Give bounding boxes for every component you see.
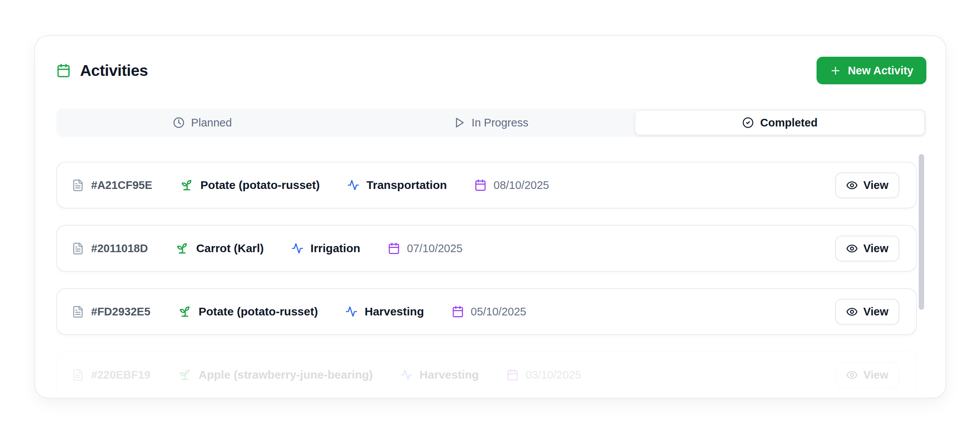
activity-type-cell: Irrigation xyxy=(291,242,360,255)
sprout-icon xyxy=(178,305,192,318)
date-cell: 03/10/2025 xyxy=(506,369,581,381)
crop-cell: Apple (strawberry-june-bearing) xyxy=(178,368,373,382)
eye-icon xyxy=(846,179,858,191)
activity-date: 05/10/2025 xyxy=(471,305,526,318)
title-group: Activities xyxy=(56,62,148,80)
tab-label: In Progress xyxy=(472,117,528,129)
activity-type: Irrigation xyxy=(310,242,360,255)
scrollbar-thumb[interactable] xyxy=(919,154,924,310)
activity-row: #A21CF95E Potate (potato-russet) Transpo… xyxy=(56,162,917,208)
activity-type: Harvesting xyxy=(420,368,479,381)
calendar-icon xyxy=(56,63,71,78)
activity-date: 03/10/2025 xyxy=(526,369,581,381)
view-button-label: View xyxy=(863,305,889,318)
clock-icon xyxy=(173,117,185,128)
new-activity-label: New Activity xyxy=(848,64,913,77)
activity-list: #A21CF95E Potate (potato-russet) Transpo… xyxy=(56,162,917,392)
activity-id-cell: #A21CF95E xyxy=(72,179,152,192)
view-button[interactable]: View xyxy=(835,362,899,388)
activity-date: 08/10/2025 xyxy=(493,179,549,192)
date-cell: 05/10/2025 xyxy=(452,305,526,318)
view-button[interactable]: View xyxy=(835,299,899,325)
activity-id: #A21CF95E xyxy=(91,179,152,192)
sprout-icon xyxy=(175,241,189,255)
activity-id: #FD2932E5 xyxy=(91,305,150,318)
file-text-icon xyxy=(72,179,84,192)
date-cell: 08/10/2025 xyxy=(474,179,549,192)
sprout-icon xyxy=(180,178,194,192)
activity-pulse-icon xyxy=(345,305,358,318)
activity-type: Transportation xyxy=(366,179,447,192)
check-circle-icon xyxy=(742,117,754,128)
eye-icon xyxy=(846,369,858,381)
activity-pulse-icon xyxy=(291,242,304,254)
activity-type: Harvesting xyxy=(364,305,424,318)
view-button[interactable]: View xyxy=(835,172,899,198)
activity-type-cell: Harvesting xyxy=(400,368,479,381)
activity-id: #2011018D xyxy=(91,242,148,255)
activity-id-cell: #2011018D xyxy=(72,242,148,255)
crop-cell: Potate (potato-russet) xyxy=(178,305,318,318)
calendar-icon xyxy=(388,242,400,254)
view-button[interactable]: View xyxy=(835,236,899,261)
tab-label: Planned xyxy=(191,117,232,129)
tab-completed[interactable]: Completed xyxy=(635,110,924,135)
eye-icon xyxy=(846,306,858,318)
file-text-icon xyxy=(72,305,84,318)
activity-date: 07/10/2025 xyxy=(407,242,462,255)
page-title: Activities xyxy=(80,62,148,80)
activity-id: #220EBF19 xyxy=(91,369,150,381)
tab-in-progress[interactable]: In Progress xyxy=(347,110,635,135)
tab-label: Completed xyxy=(760,117,818,129)
date-cell: 07/10/2025 xyxy=(388,242,462,255)
tab-planned[interactable]: Planned xyxy=(58,110,347,135)
file-text-icon xyxy=(72,242,84,255)
plus-icon xyxy=(830,65,841,77)
activity-pulse-icon xyxy=(347,179,359,191)
activities-card: Activities New Activity Planned In Progr… xyxy=(34,35,946,399)
view-button-label: View xyxy=(863,179,889,192)
crop-name: Potate (potato-russet) xyxy=(199,305,318,318)
calendar-icon xyxy=(506,369,519,381)
crop-cell: Carrot (Karl) xyxy=(175,241,264,255)
calendar-icon xyxy=(474,179,487,191)
activity-id-cell: #220EBF19 xyxy=(72,369,150,381)
eye-icon xyxy=(846,243,858,254)
card-header: Activities New Activity xyxy=(56,51,926,90)
view-button-label: View xyxy=(863,242,889,255)
activity-type-cell: Transportation xyxy=(347,179,447,192)
calendar-icon xyxy=(452,305,464,318)
crop-name: Carrot (Karl) xyxy=(196,242,264,255)
view-button-label: View xyxy=(863,369,889,381)
crop-cell: Potate (potato-russet) xyxy=(180,178,320,192)
activity-row: #220EBF19 Apple (strawberry-june-bearing… xyxy=(56,351,917,392)
crop-name: Potate (potato-russet) xyxy=(201,179,320,192)
sprout-icon xyxy=(178,368,192,382)
crop-name: Apple (strawberry-june-bearing) xyxy=(199,368,373,381)
activity-row: #2011018D Carrot (Karl) Irrigation 07/10… xyxy=(56,225,917,272)
new-activity-button[interactable]: New Activity xyxy=(817,57,926,84)
play-icon xyxy=(454,117,465,128)
status-tabs: Planned In Progress Completed xyxy=(56,108,926,137)
activity-type-cell: Harvesting xyxy=(345,305,424,318)
activity-row: #FD2932E5 Potate (potato-russet) Harvest… xyxy=(56,288,917,335)
activity-id-cell: #FD2932E5 xyxy=(72,305,150,318)
file-text-icon xyxy=(72,369,84,381)
activity-pulse-icon xyxy=(400,369,413,381)
